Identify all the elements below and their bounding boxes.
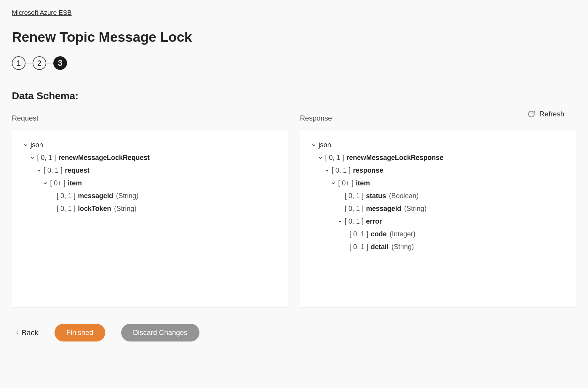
tree-node-type: (String): [392, 243, 414, 251]
tree-leaf: [ 0, 1 ] code (Integer): [342, 228, 565, 241]
chevron-down-icon: [324, 168, 330, 174]
tree-node[interactable]: [ 0, 1 ] renewMessageLockResponse: [317, 151, 565, 164]
tree-node-name: status: [366, 192, 386, 200]
tree-node-name: messageId: [78, 192, 113, 200]
chevron-down-icon: [23, 142, 29, 148]
discard-button[interactable]: Discard Changes: [121, 324, 199, 341]
step-2[interactable]: 2: [33, 56, 46, 70]
tree-node[interactable]: [ 0, 1 ] renewMessageLockRequest: [29, 151, 277, 164]
tree-node-cardinality: [ 0, 1 ]: [349, 230, 368, 238]
page-title: Renew Topic Message Lock: [12, 29, 576, 45]
tree-node-name: detail: [371, 243, 389, 251]
tree-node-name: renewMessageLockResponse: [346, 154, 443, 162]
response-panel-label: Response: [300, 114, 576, 122]
tree-node-type: (String): [116, 192, 138, 200]
chevron-left-icon: [15, 330, 19, 335]
tree-node[interactable]: [ 0, 1 ] request: [36, 164, 277, 177]
chevron-down-icon: [42, 180, 48, 186]
tree-node-cardinality: [ 0, 1 ]: [345, 205, 364, 213]
tree-node-name: renewMessageLockRequest: [58, 154, 150, 162]
tree-node-label: json: [319, 141, 331, 149]
tree-node-type: (String): [114, 205, 136, 213]
tree-node-cardinality: [ 0, 1 ]: [57, 205, 76, 213]
tree-node-name: code: [371, 230, 387, 238]
stepper-connector: [25, 63, 33, 63]
tree-node-type: (Boolean): [389, 192, 419, 200]
response-panel: json [ 0, 1 ] renewMessageLockResponse […: [300, 130, 576, 308]
tree-leaf: [ 0, 1 ] lockToken (String): [49, 202, 277, 215]
tree-node-cardinality: [ 0, 1 ]: [345, 217, 364, 225]
chevron-down-icon: [337, 219, 343, 225]
tree-node-cardinality: [ 0, 1 ]: [332, 166, 351, 174]
tree-node-name: item: [356, 179, 370, 187]
tree-node-name: error: [366, 217, 382, 225]
chevron-down-icon: [311, 142, 317, 148]
step-1[interactable]: 1: [12, 56, 25, 70]
chevron-down-icon: [317, 155, 323, 161]
tree-root-response[interactable]: json: [311, 139, 565, 151]
chevron-down-icon: [36, 168, 42, 174]
tree-node-cardinality: [ 0, 1 ]: [349, 243, 368, 251]
back-button[interactable]: Back: [15, 328, 39, 337]
stepper: 1 2 3: [12, 56, 576, 70]
breadcrumb-link[interactable]: Microsoft Azure ESB: [12, 9, 72, 17]
back-label: Back: [21, 328, 39, 337]
section-title: Data Schema:: [12, 90, 576, 102]
tree-node-name: messageId: [366, 205, 401, 213]
tree-node-cardinality: [ 0, 1 ]: [57, 192, 76, 200]
tree-node-cardinality: [ 0, 1 ]: [44, 166, 63, 174]
request-panel-label: Request: [12, 114, 288, 122]
tree-node-type: (String): [404, 205, 426, 213]
tree-node[interactable]: [ 0+ ] item: [330, 177, 565, 190]
tree-root-request[interactable]: json: [23, 139, 277, 151]
chevron-down-icon: [330, 180, 336, 186]
tree-node-cardinality: [ 0, 1 ]: [325, 154, 344, 162]
tree-node-name: lockToken: [78, 205, 111, 213]
tree-node-type: (Integer): [390, 230, 416, 238]
tree-leaf: [ 0, 1 ] messageId (String): [49, 190, 277, 202]
tree-node[interactable]: [ 0+ ] item: [42, 177, 277, 190]
tree-node-name: item: [68, 179, 82, 187]
tree-leaf: [ 0, 1 ] detail (String): [342, 241, 565, 253]
tree-node-cardinality: [ 0, 1 ]: [345, 192, 364, 200]
tree-node[interactable]: [ 0, 1 ] response: [324, 164, 565, 177]
stepper-connector: [46, 63, 53, 63]
tree-node-name: request: [65, 166, 90, 174]
tree-node-cardinality: [ 0+ ]: [50, 179, 65, 187]
tree-leaf: [ 0, 1 ] status (Boolean): [337, 190, 565, 202]
step-3[interactable]: 3: [53, 56, 67, 70]
tree-leaf: [ 0, 1 ] messageId (String): [337, 202, 565, 215]
tree-node-name: response: [353, 166, 383, 174]
finished-button[interactable]: Finished: [55, 324, 105, 341]
tree-node-cardinality: [ 0, 1 ]: [37, 154, 56, 162]
tree-node[interactable]: [ 0, 1 ] error: [337, 215, 565, 228]
tree-node-label: json: [31, 141, 43, 149]
tree-node-cardinality: [ 0+ ]: [338, 179, 354, 187]
chevron-down-icon: [29, 155, 35, 161]
request-panel: json [ 0, 1 ] renewMessageLockRequest [ …: [12, 130, 288, 308]
